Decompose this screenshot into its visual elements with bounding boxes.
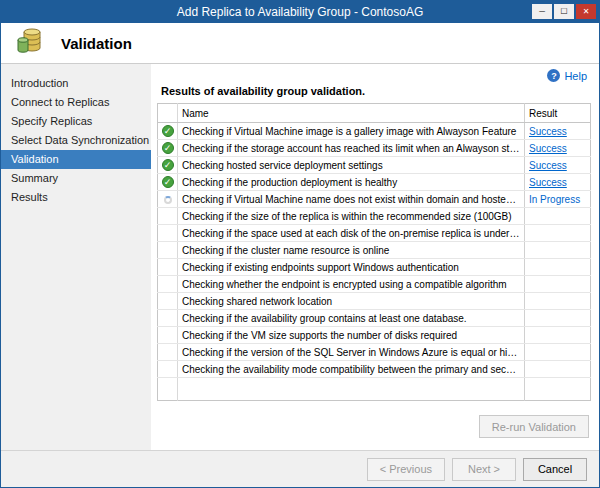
check-name-cell: Checking if the cluster name resource is… [178,242,525,259]
table-row[interactable]: ✓Checking if the production deployment i… [158,174,591,191]
result-link[interactable]: Success [529,177,567,188]
titlebar[interactable]: Add Replica to Availability Group - Cont… [1,1,599,23]
result-cell: In Progress [525,191,591,208]
rerun-validation-button[interactable]: Re-run Validation [479,415,589,438]
success-check-icon: ✓ [162,159,174,171]
check-name-cell: Checking if the space used at each disk … [178,225,525,242]
window-controls: ─ ☐ ✕ [532,4,596,19]
sidebar-item-introduction[interactable]: Introduction [1,74,151,93]
maximize-icon[interactable]: ☐ [554,4,574,19]
result-cell: Success [525,140,591,157]
result-cell [525,259,591,276]
result-cell [525,208,591,225]
check-name-cell: Checking shared network location [178,293,525,310]
table-header-row: Name Result [158,104,591,123]
table-row[interactable]: Checking if existing endpoints support W… [158,259,591,276]
sidebar-item-select-data-synchronization[interactable]: Select Data Synchronization [1,131,151,150]
table-row[interactable]: Checking if the size of the replica is w… [158,208,591,225]
column-header-status [158,104,178,123]
result-link[interactable]: In Progress [529,194,580,205]
table-row[interactable]: Checking if Virtual Machine name does no… [158,191,591,208]
table-row[interactable]: Checking if the VM size supports the num… [158,327,591,344]
table-row[interactable]: Checking the availability mode compatibi… [158,361,591,378]
status-cell [158,208,178,225]
result-cell [525,242,591,259]
table-row[interactable]: Checking if the availability group conta… [158,310,591,327]
status-cell: ✓ [158,157,178,174]
close-icon[interactable]: ✕ [576,4,596,19]
help-link[interactable]: ? Help [547,69,587,82]
status-cell: ✓ [158,123,178,140]
table-row[interactable]: Checking whether the endpoint is encrypt… [158,276,591,293]
status-cell [158,293,178,310]
result-link[interactable]: Success [529,143,567,154]
wizard-header: Validation [1,23,599,64]
table-row[interactable]: Checking if the cluster name resource is… [158,242,591,259]
table-row[interactable]: ✓Checking if Virtual Machine image is a … [158,123,591,140]
check-name-cell: Checking if existing endpoints support W… [178,259,525,276]
filler-cell [525,378,591,401]
check-name-cell: Checking if the production deployment is… [178,174,525,191]
result-cell [525,276,591,293]
status-cell [158,361,178,378]
table-filler-row [158,378,591,401]
sidebar-item-summary[interactable]: Summary [1,169,151,188]
cancel-button[interactable]: Cancel [523,458,587,481]
result-cell [525,327,591,344]
table-row[interactable]: Checking if the version of the SQL Serve… [158,344,591,361]
result-cell: Success [525,174,591,191]
previous-button[interactable]: < Previous [367,458,445,481]
window-title: Add Replica to Availability Group - Cont… [177,5,424,19]
check-name-cell: Checking hosted service deployment setti… [178,157,525,174]
check-name-cell: Checking if the version of the SQL Serve… [178,344,525,361]
success-check-icon: ✓ [162,142,174,154]
status-cell [158,191,178,208]
check-name-cell: Checking if the VM size supports the num… [178,327,525,344]
wizard-window: Add Replica to Availability Group - Cont… [0,0,600,488]
status-cell [158,259,178,276]
next-button[interactable]: Next > [452,458,516,481]
table-row[interactable]: Checking if the space used at each disk … [158,225,591,242]
result-cell [525,361,591,378]
sidebar-item-connect-to-replicas[interactable]: Connect to Replicas [1,93,151,112]
result-cell [525,225,591,242]
help-label: Help [564,70,587,82]
status-cell: ✓ [158,174,178,191]
column-header-name: Name [178,104,525,123]
check-name-cell: Checking if Virtual Machine name does no… [178,191,525,208]
table-row[interactable]: ✓Checking if the storage account has rea… [158,140,591,157]
check-name-cell: Checking whether the endpoint is encrypt… [178,276,525,293]
page-title: Validation [61,35,132,52]
status-cell [158,276,178,293]
result-cell [525,310,591,327]
validation-results-heading: Results of availability group validation… [161,85,591,97]
check-name-cell: Checking if the size of the replica is w… [178,208,525,225]
result-cell [525,293,591,310]
status-cell [158,327,178,344]
help-icon: ? [547,69,560,82]
wizard-steps-sidebar: IntroductionConnect to ReplicasSpecify R… [1,64,151,450]
filler-cell [178,378,525,401]
result-cell [525,344,591,361]
result-link[interactable]: Success [529,160,567,171]
check-name-cell: Checking if Virtual Machine image is a g… [178,123,525,140]
result-cell: Success [525,157,591,174]
rerun-row: Re-run Validation [157,407,591,450]
sidebar-item-results[interactable]: Results [1,188,151,207]
table-row[interactable]: Checking shared network location [158,293,591,310]
status-cell [158,310,178,327]
result-link[interactable]: Success [529,126,567,137]
result-cell: Success [525,123,591,140]
sidebar-item-specify-replicas[interactable]: Specify Replicas [1,112,151,131]
success-check-icon: ✓ [162,125,174,137]
status-cell [158,225,178,242]
validation-table: Name Result ✓Checking if Virtual Machine… [157,103,591,401]
column-header-result: Result [525,104,591,123]
availability-group-icon [15,26,45,60]
table-row[interactable]: ✓Checking hosted service deployment sett… [158,157,591,174]
check-name-cell: Checking the availability mode compatibi… [178,361,525,378]
status-cell [158,344,178,361]
minimize-icon[interactable]: ─ [532,4,552,19]
wizard-body: IntroductionConnect to ReplicasSpecify R… [1,64,599,450]
sidebar-item-validation[interactable]: Validation [1,150,151,169]
